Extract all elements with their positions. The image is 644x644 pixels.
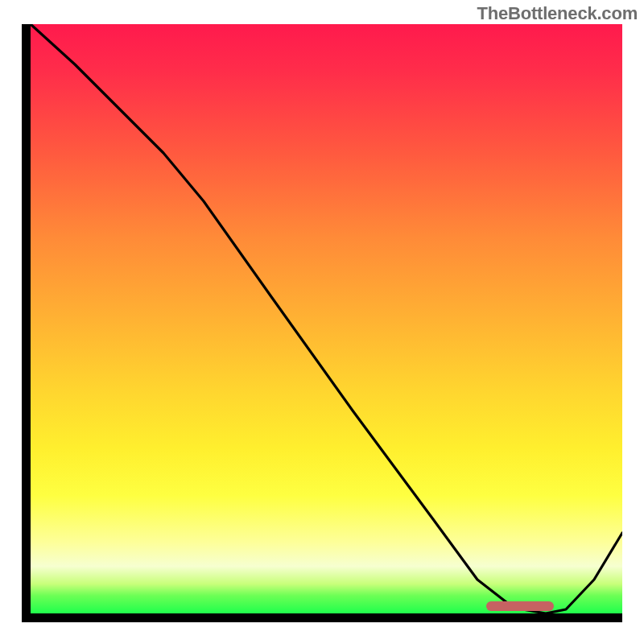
x-axis (22, 613, 622, 622)
chart-root: TheBottleneck.com (0, 0, 644, 644)
plot-area (31, 24, 622, 613)
bottleneck-curve (31, 24, 622, 613)
watermark-text: TheBottleneck.com (477, 3, 638, 24)
optimal-range-marker (486, 601, 555, 611)
y-axis (22, 24, 31, 620)
